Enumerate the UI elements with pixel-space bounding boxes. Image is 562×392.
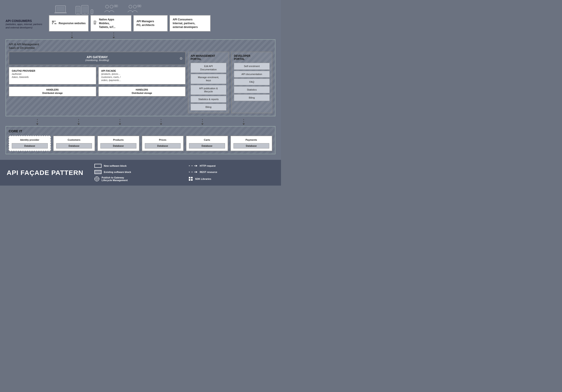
legend-sdk-icon [189,177,193,181]
responsive-websites-text: Responsive websites [59,22,85,25]
identity-title: Identity provider [12,138,48,141]
products-db-badge: Database [100,143,136,148]
developer-portal-col: DEVELOPERPORTAL Self enrolment API docum… [231,52,272,113]
arrow-mid-2 [78,119,80,125]
svg-rect-12 [91,11,93,13]
gateway-subtitle: (monitoring, throttling) [13,59,182,61]
gear-circle-icon [94,177,99,181]
developer-portal-title: DEVELOPERPORTAL [234,54,270,61]
footer-title: API FAÇADE PATTERN [7,169,83,177]
portal-item-billing-dev: Biling [234,94,270,101]
svg-point-20 [133,5,136,8]
core-boxes-row: Identity provider Database Customers Dat… [9,136,272,151]
svg-rect-1 [57,7,65,11]
svg-point-5 [78,13,78,14]
facade-subtitle: /products, /prices…/customers, /carts, /… [101,73,183,82]
svg-point-13 [105,5,109,8]
legend-existing-block: Existing software block [94,170,180,174]
svg-rect-2 [54,12,67,13]
legend-http-arrow-icon [189,165,198,167]
api-consumers-ext-text: API ConsumersInternal, partners,external… [173,18,198,29]
svg-point-22 [138,6,139,6]
svg-rect-30 [94,21,95,23]
consumers-section: API CONSUMERS (websites, apps, internal,… [6,4,275,32]
core-box-customers: Customers Database [53,136,95,151]
svg-rect-10 [92,9,93,10]
core-box-identity: Identity provider Database [9,136,51,151]
products-title: Products [100,138,136,141]
handler-left-title: HANDLERS [11,89,94,91]
mid-arrows-row [6,119,275,125]
core-box-payments: Payments Database [230,136,273,151]
arrow-mid-3 [119,119,121,125]
oauth-facade-row: OAUTH2 PROVIDER /authorize/token, /token… [9,67,186,85]
svg-rect-26 [54,21,56,22]
core-box-carts: Carts Database [186,136,228,151]
svg-rect-27 [52,23,53,24]
legend-sdk-libraries: SDK Libraries [189,176,274,181]
legend-publish-gateway: Publish to GatewayLifecycle Management [94,176,180,181]
legend-rest-arrow-icon [189,171,198,173]
gateway-title: API GATEWAY [13,55,182,59]
carts-db-badge: Database [189,143,225,148]
facade-title: API FACADE [101,69,183,72]
consumers-title: API CONSUMERS [6,19,49,23]
phone-icon [76,6,81,14]
facade-box: API FACADE /products, /prices…/customers… [98,67,186,85]
portal-item-billing-mgmt: Biling [191,104,226,110]
svg-point-16 [115,6,116,6]
mobile-icon [94,21,97,26]
native-apps-text: Native AppsMobiles,Tablets, IoT... [99,18,115,29]
svg-point-8 [85,13,85,14]
portal-item-self-enrol: Self enrolment [234,63,270,69]
portal-item-statistics-reports: Statistics & reports [191,96,226,102]
grid-icon [52,21,57,25]
svg-rect-4 [76,7,80,12]
arrow-down-2 [113,33,115,38]
handlers-row: HANDLERS Distributed storage HANDLERS Di… [9,86,186,97]
core-it-section: CORE IT Identity provider Database Custo… [6,126,275,154]
portal-item-edit-api: Edit APIDocumentation [191,63,226,73]
legend-existing-block-icon [94,170,102,174]
external-consumers-group [122,4,146,14]
svg-rect-31 [97,21,97,22]
footer: API FAÇADE PATTERN New software block HT… [0,160,281,186]
portal-item-statistics: Statistics [234,86,270,93]
svg-rect-11 [92,13,93,14]
external-consumers-icon [127,4,141,14]
core-box-products: Products Database [97,136,140,151]
api-management-section: API & API Management SaaS or On premise … [6,39,275,116]
core-it-label: CORE IT [9,129,272,133]
api-left-col: API GATEWAY (monitoring, throttling) ⚙ O… [9,52,186,113]
portal-item-faq: FAQ [234,78,270,85]
managers-icon [104,4,118,14]
api-managers-text: API ManagersPO, architects [136,20,154,27]
mobile-group [71,5,99,14]
legend-existing-block-label: Existing software block [104,171,131,173]
watch-icon [89,9,95,14]
api-mgmt-label-main: API & API Management [9,43,39,46]
consumer-cards-strip: Responsive websites Native AppsMobiles,T… [49,15,275,32]
prices-title: Prices [145,138,181,141]
laptop-group [50,5,71,14]
payments-db-badge: Database [234,143,269,148]
api-mgmt-label-sub: SaaS or On premise [9,46,35,49]
svg-point-33 [96,178,98,180]
core-box-prices: Prices Database [142,136,184,151]
gateway-box: API GATEWAY (monitoring, throttling) ⚙ [9,52,186,65]
handler-right-sub: Distributed storage [100,92,184,94]
handler-box-right: HANDLERS Distributed storage [98,86,186,97]
api-right-portals: API MANAGEMENTPORTAL Edit APIDocumentati… [188,52,272,113]
legend-rest-resource: REST resource [189,170,274,174]
svg-rect-28 [54,23,57,24]
customers-db-badge: Database [56,143,92,148]
device-icons-strip [49,4,275,14]
arrow2 [92,33,135,38]
svg-point-14 [110,5,113,8]
legend-http-request: HTTP request [189,164,274,168]
customers-title: Customers [56,138,92,141]
svg-point-18 [117,6,117,6]
card-api-consumers-ext: API ConsumersInternal, partners,external… [169,15,211,32]
svg-point-24 [140,6,140,6]
legend-http-label: HTTP request [200,165,215,167]
